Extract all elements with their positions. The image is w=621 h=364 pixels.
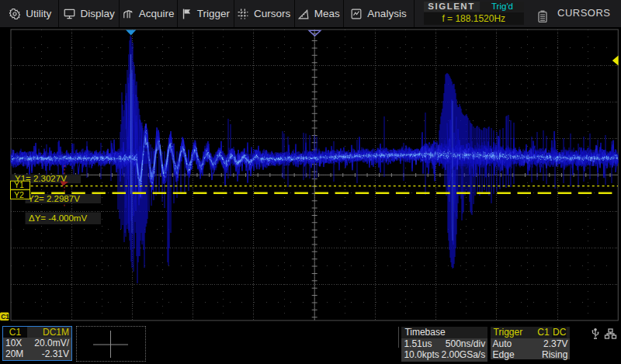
svg-text:Y1: Y1 [14,180,24,189]
svg-text:Y2: Y2 [14,190,24,199]
svg-text:C1: C1 [1,313,9,321]
svg-text:Y2= 2.2987V: Y2= 2.2987V [28,194,80,203]
svg-text:ΔY= -4.000mV: ΔY= -4.000mV [29,213,87,223]
